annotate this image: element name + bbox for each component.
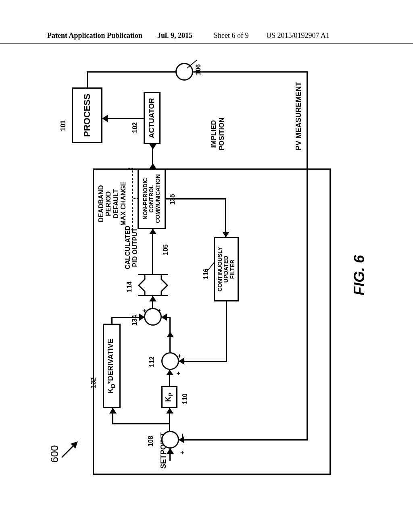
hdr-date: Jul. 9, 2015 — [157, 31, 192, 40]
label-kp: KP — [165, 393, 174, 402]
ref-110: 110 — [181, 393, 189, 404]
block-cuf: CONTINUOUSLY UPDATED FILTER — [214, 237, 239, 301]
figure-label: FIG. 6 — [351, 255, 368, 295]
sign-134-b: + — [156, 309, 163, 313]
label-kd: KD*DERIVATIVE — [107, 339, 116, 393]
wire-135-116 — [225, 198, 226, 237]
sign-108-plus: + — [179, 451, 186, 455]
wire-101-106 — [87, 71, 177, 73]
wire-pv-h — [307, 71, 308, 441]
wire-pv-v1 — [193, 71, 307, 73]
sign-134-t: + — [141, 309, 148, 313]
wire-108-up — [112, 423, 170, 424]
wire-101-out — [87, 71, 88, 87]
wire-pv-v2 — [179, 439, 308, 441]
block-derivative: KD*DERIVATIVE — [103, 324, 121, 408]
wire-setpoint — [169, 449, 171, 461]
block-limit — [138, 274, 168, 296]
wire-116-h — [226, 301, 227, 362]
block-actuator: ACTUATOR — [144, 92, 161, 144]
wire-116-112 — [179, 361, 227, 362]
header: Patent Application Publication Jul. 9, 2… — [0, 31, 413, 44]
sign-112-l: + — [175, 372, 182, 375]
ref-108: 108 — [147, 436, 154, 447]
wire-132-134 — [111, 317, 144, 318]
hdr-left: Patent Application Publication — [47, 31, 142, 40]
svg-line-2 — [187, 60, 197, 68]
block-process: PROCESS — [72, 87, 102, 143]
ref-132: 132 — [90, 377, 97, 388]
label-calc: CALCULATED PID OUTPUT — [124, 226, 139, 269]
svg-line-3 — [208, 262, 214, 270]
figure-rotated: 600 SETPOINT + – 108 KD*DERIVATIVE 132 K… — [36, 58, 377, 485]
wire-kp-in — [169, 408, 170, 424]
ref-112: 112 — [148, 356, 156, 367]
wire-112-134v — [162, 317, 171, 318]
limit-bot — [161, 274, 169, 296]
ref-105: 105 — [162, 244, 169, 255]
arrow-600 — [58, 436, 83, 461]
lead-106 — [186, 59, 198, 70]
hdr-pubno: US 2015/0192907 A1 — [266, 31, 330, 40]
wire-105 — [152, 229, 153, 274]
ref-101: 101 — [60, 120, 67, 131]
label-params: DEADBAND PERIOD DEFAULT MAX CHANGE — [98, 182, 127, 226]
wire-112-out — [169, 317, 171, 352]
limit-top — [138, 274, 146, 296]
ref-114: 114 — [126, 281, 133, 292]
brace-params — [127, 167, 138, 230]
label-implied: IMPLIED POSITION — [210, 118, 226, 150]
wire-134-114 — [152, 296, 153, 308]
figure-stage: 600 SETPOINT + – 108 KD*DERIVATIVE 132 K… — [36, 58, 377, 485]
hdr-sheet: Sheet 6 of 9 — [214, 31, 248, 40]
block-nonperiodic: NON-PERIODIC CONTROL COMMUNICATION — [138, 168, 166, 229]
wire-kp-out — [169, 370, 170, 386]
page: Patent Application Publication Jul. 9, 2… — [0, 0, 413, 532]
label-pv: PV MEASUREMENT — [294, 82, 303, 150]
wire-132-in — [112, 408, 113, 424]
block-kp: KP — [161, 386, 177, 408]
wire-132-out — [111, 317, 113, 324]
wire-135-down — [166, 198, 226, 200]
wire-102-101 — [102, 118, 144, 119]
sum-108 — [161, 431, 179, 449]
lead-116 — [207, 262, 215, 271]
wire-135-102 — [152, 144, 153, 168]
ref-102: 102 — [131, 122, 139, 133]
